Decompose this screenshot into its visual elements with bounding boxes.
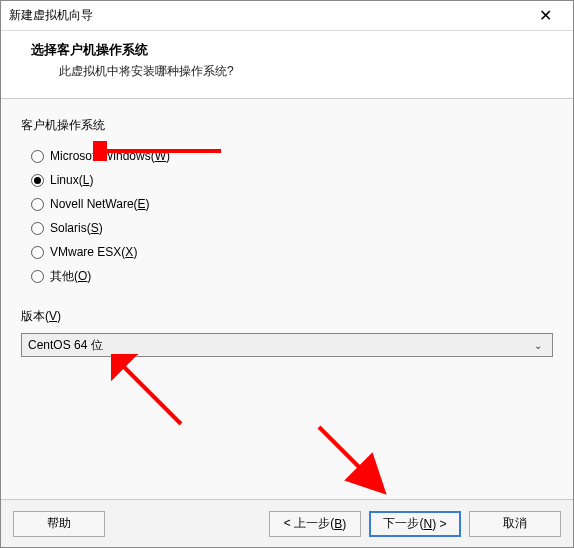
dropdown-value: CentOS 64 位 [28, 337, 103, 354]
svg-line-2 [319, 427, 381, 489]
annotation-arrow-icon [111, 354, 191, 434]
radio-icon [31, 246, 44, 259]
wizard-footer: 帮助 < 上一步(B) 下一步(N) > 取消 [1, 499, 573, 547]
page-subtitle: 此虚拟机中将安装哪种操作系统? [59, 63, 553, 80]
radio-label: Solaris(S) [50, 221, 103, 235]
close-icon[interactable]: ✕ [525, 1, 565, 31]
os-option-solaris[interactable]: Solaris(S) [31, 216, 553, 240]
radio-label: Linux(L) [50, 173, 93, 187]
version-dropdown[interactable]: CentOS 64 位 ⌄ [21, 333, 553, 357]
radio-icon [31, 150, 44, 163]
radio-label: Novell NetWare(E) [50, 197, 150, 211]
os-group-label: 客户机操作系统 [21, 117, 553, 134]
annotation-arrow-icon [311, 419, 391, 499]
wizard-content: 客户机操作系统 Microsoft Windows(W) Linux(L) No… [1, 99, 573, 499]
wizard-window: 新建虚拟机向导 ✕ 选择客户机操作系统 此虚拟机中将安装哪种操作系统? 客户机操… [0, 0, 574, 548]
radio-icon [31, 222, 44, 235]
next-button[interactable]: 下一步(N) > [369, 511, 461, 537]
os-option-other[interactable]: 其他(O) [31, 264, 553, 288]
version-label: 版本(V) [21, 308, 553, 325]
help-button[interactable]: 帮助 [13, 511, 105, 537]
os-option-vmware-esx[interactable]: VMware ESX(X) [31, 240, 553, 264]
radio-icon [31, 198, 44, 211]
radio-icon [31, 270, 44, 283]
radio-label: VMware ESX(X) [50, 245, 137, 259]
back-button[interactable]: < 上一步(B) [269, 511, 361, 537]
cancel-button[interactable]: 取消 [469, 511, 561, 537]
page-title: 选择客户机操作系统 [31, 41, 553, 59]
os-option-windows[interactable]: Microsoft Windows(W) [31, 144, 553, 168]
os-option-netware[interactable]: Novell NetWare(E) [31, 192, 553, 216]
chevron-down-icon: ⌄ [530, 340, 546, 351]
svg-line-1 [119, 362, 181, 424]
radio-label: Microsoft Windows(W) [50, 149, 170, 163]
window-title: 新建虚拟机向导 [9, 7, 525, 24]
os-option-linux[interactable]: Linux(L) [31, 168, 553, 192]
titlebar: 新建虚拟机向导 ✕ [1, 1, 573, 31]
radio-label: 其他(O) [50, 268, 91, 285]
wizard-header: 选择客户机操作系统 此虚拟机中将安装哪种操作系统? [1, 31, 573, 99]
os-radio-group: Microsoft Windows(W) Linux(L) Novell Net… [21, 144, 553, 288]
radio-icon [31, 174, 44, 187]
